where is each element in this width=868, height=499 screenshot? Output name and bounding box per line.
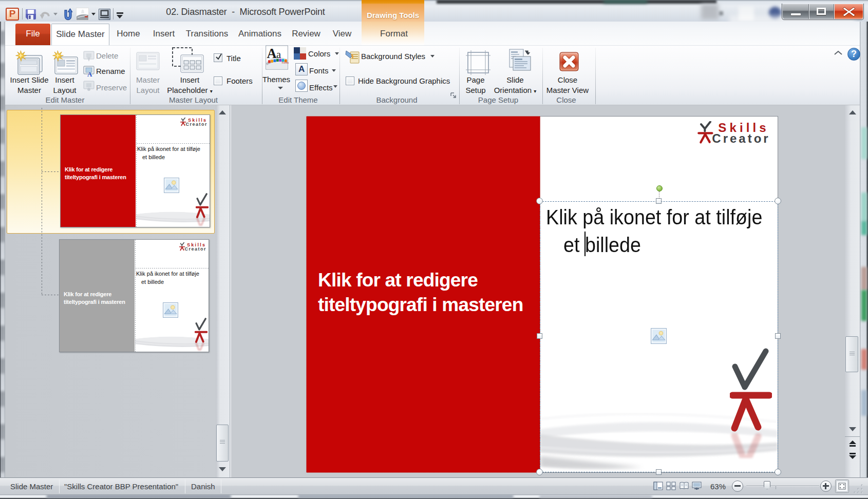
svg-text:Fonts: Fonts [282, 61, 289, 64]
svg-text:A: A [87, 70, 92, 78]
svg-text:A: A [267, 46, 277, 61]
svg-text:a: a [276, 49, 281, 60]
